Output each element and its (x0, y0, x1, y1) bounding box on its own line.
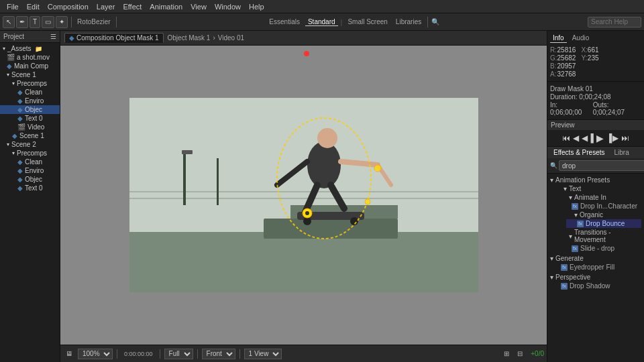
comp-tab-main[interactable]: ◆ Composition Object Mask 1 (64, 33, 164, 43)
preset-icon: fx (577, 221, 584, 227)
info-g-row: G: 25682 (550, 54, 576, 62)
tree-clean1[interactable]: ◆Clean (0, 88, 60, 97)
vc-monitor-btn[interactable]: 🖥 (63, 349, 75, 358)
tree-assets[interactable]: ▾_Assets📁 (0, 44, 60, 53)
info-y-row: Y: 235 (581, 54, 598, 62)
menu-view[interactable]: View (186, 3, 211, 11)
preview-prev-btn[interactable]: ◀ (573, 133, 579, 143)
workspace-small[interactable]: Small Screen (345, 18, 390, 26)
eff-animate-in-header[interactable]: ▾ Animate In (561, 193, 641, 202)
effects-search-input[interactable] (559, 160, 644, 171)
tree-scene1[interactable]: ▾Scene 1 (0, 70, 60, 79)
info-color-values: R: 25816 G: 25682 B: 20957 A: 32768 (550, 46, 576, 78)
eff-organic-header[interactable]: ▾ Organic (566, 210, 641, 219)
vc-zoom-select[interactable]: 100% (78, 349, 113, 359)
toolbar-shape[interactable]: ▭ (42, 16, 54, 28)
tree-scene1-comp[interactable]: ◆Scene 1 (0, 131, 60, 140)
toolbar-pen[interactable]: ✒ (16, 16, 28, 28)
tree-arrow: ▾ (7, 72, 9, 78)
vc-extras-btn[interactable]: ⊞ (501, 349, 512, 358)
eff-section-perspective-header[interactable]: ▾ Perspective (550, 273, 641, 282)
eff-slide-drop[interactable]: fx Slide - drop (561, 244, 641, 253)
workspace-libraries[interactable]: Libraries (393, 18, 424, 26)
tree-scene2[interactable]: ▾Scene 2 (0, 140, 60, 149)
right-panel: Info Audio R: 25816 G: 25682 B: 20957 (547, 31, 644, 362)
eff-text-header[interactable]: ▾ Text (555, 184, 641, 193)
breadcrumb-item-2[interactable]: Video 01 (218, 34, 244, 42)
info-g-label: G: (550, 54, 557, 62)
vc-grid-btn[interactable]: ⊟ (515, 349, 525, 358)
eff-section-animation: ▾ Animation Presets ▾ Text ▾ Animate In (547, 175, 644, 253)
preview-step-fwd-btn[interactable]: ▐▶ (606, 133, 619, 143)
tree-enviro2[interactable]: ◆Enviro (0, 166, 60, 175)
info-tab-info[interactable]: Info (550, 34, 567, 43)
eff-section-label: Generate (555, 255, 584, 262)
eff-drop-bounce[interactable]: fx Drop Bounce (566, 219, 641, 228)
tree-arrow: ▾ (12, 80, 15, 86)
eff-item-label: Slide - drop (580, 245, 614, 252)
preview-first-btn[interactable]: ⏮ (562, 133, 570, 143)
toolbar-select[interactable]: ↖ (3, 16, 15, 28)
tree-text1[interactable]: ◆Text 0 (0, 114, 60, 123)
eff-drop-shadow[interactable]: fx Drop Shadow (550, 282, 641, 290)
menu-composition[interactable]: Composition (44, 3, 93, 11)
info-tab-audio[interactable]: Audio (570, 34, 592, 43)
comp-header: ◆ Composition Object Mask 1 Object Mask … (60, 31, 547, 46)
effects-tab-lib[interactable]: Libra (612, 148, 632, 157)
info-a-label: A: (550, 70, 556, 78)
tree-objec1[interactable]: ◆Objec (0, 105, 60, 114)
vc-views-select[interactable]: 1 View (244, 349, 282, 359)
tree-enviro1[interactable]: ◆Enviro (0, 97, 60, 105)
preview-last-btn[interactable]: ⏭ (621, 133, 629, 143)
tree-precomps2[interactable]: ▾Precomps (0, 149, 60, 158)
toolbar-sep-2 (116, 17, 117, 27)
workspace-standard[interactable]: Standard (305, 18, 338, 26)
menu-help[interactable]: Help (245, 3, 268, 11)
info-coord-values: X: 661 Y: 235 (581, 46, 598, 78)
menu-animation[interactable]: Animation (146, 3, 186, 11)
viewer[interactable] (60, 46, 547, 345)
tree-item-label: _Assets (7, 45, 32, 52)
project-tree: ▾_Assets📁 🎬a shot.mov ◆Main Comp ▾Scene … (0, 43, 60, 362)
search-input[interactable] (588, 17, 641, 27)
eff-item-label: Eyedropper Fill (570, 263, 614, 271)
menu-layer[interactable]: Layer (93, 3, 119, 11)
tree-item-label: Scene 1 (11, 71, 36, 78)
menu-window[interactable]: Window (211, 3, 245, 11)
eff-section-generate-header[interactable]: ▾ Generate (550, 254, 641, 263)
svg-point-21 (305, 211, 309, 215)
eff-eyedropper-fill[interactable]: fx Eyedropper Fill (550, 263, 641, 272)
tree-precomps1[interactable]: ▾Precomps (0, 79, 60, 88)
tree-text2[interactable]: ◆Text 0 (0, 184, 60, 192)
eff-transitions-header[interactable]: ▾ Transitions - Movement (561, 228, 641, 244)
eff-drop-in-character[interactable]: fx Drop In...Character (561, 202, 641, 210)
project-options-icon[interactable]: ☰ (50, 33, 56, 40)
menu-file[interactable]: File (3, 3, 23, 11)
tree-objec2[interactable]: ◆Objec (0, 175, 60, 184)
vc-view-select[interactable]: Front (202, 349, 235, 359)
film-icon: 🎬 (17, 123, 25, 131)
eff-arrow: ▾ (564, 185, 567, 192)
breadcrumb-item-1[interactable]: Object Mask 1 (168, 34, 211, 42)
toolbar-text[interactable]: T (30, 16, 40, 28)
preview-play-btn[interactable]: ▶ (596, 133, 604, 143)
tree-clean2[interactable]: ◆Clean (0, 158, 60, 166)
toolbar-brush[interactable]: ✦ (56, 16, 68, 28)
vc-timecode-btn[interactable]: 0:00:00:00 (121, 350, 156, 358)
preview-step-back-btn[interactable]: ◀▐ (582, 133, 594, 143)
mask-inout-row: In: 0;06;00;00 Outs: 0;00;24;07 (550, 101, 641, 116)
effects-tab-main[interactable]: Effects & Presets (551, 148, 608, 157)
vc-quality-select[interactable]: Full (164, 349, 193, 359)
eff-section-animation-header[interactable]: ▾ Animation Presets (550, 176, 641, 184)
toolbar: ↖ ✒ T ▭ ✦ RotoBezier Essentials Standard… (0, 13, 644, 31)
comp-icon: ◆ (7, 62, 12, 70)
tree-video1[interactable]: 🎬Video (0, 123, 60, 131)
info-panel: Info Audio R: 25816 G: 25682 B: 20957 (547, 31, 644, 82)
workspace-essentials[interactable]: Essentials (266, 18, 303, 26)
tree-shot[interactable]: 🎬a shot.mov (0, 53, 60, 62)
menu-edit[interactable]: Edit (23, 3, 44, 11)
menu-effect[interactable]: Effect (119, 3, 146, 11)
svg-point-23 (365, 199, 370, 204)
tree-maincomp[interactable]: ◆Main Comp (0, 62, 60, 70)
tree-arrow: ▾ (7, 141, 9, 147)
